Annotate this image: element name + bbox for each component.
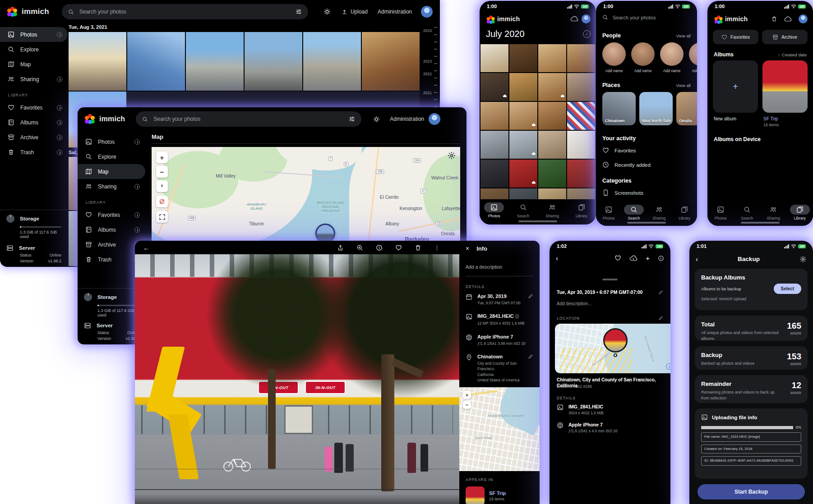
photo-thumbnail[interactable] [480, 131, 508, 159]
map-settings-gear-icon[interactable] [448, 151, 456, 160]
sidebar-item-photos[interactable]: Photos [0, 27, 68, 42]
more-options-kebab-icon[interactable]: ⋮ [434, 244, 440, 251]
zoom-in-icon[interactable] [356, 244, 363, 251]
user-avatar[interactable] [421, 6, 433, 18]
photo-thumbnail[interactable] [303, 32, 361, 91]
add-description-field[interactable]: Add a description [466, 264, 533, 270]
filter-icon[interactable] [296, 9, 302, 15]
nav-search[interactable]: Search [621, 205, 647, 220]
view-all-link[interactable]: View all [676, 83, 691, 88]
archive-button[interactable]: Archive [762, 30, 808, 44]
appears-in-album[interactable]: SF Trip15 items [466, 486, 533, 504]
photo-thumbnail[interactable] [509, 160, 537, 188]
minimap-zoom-in[interactable]: + [463, 391, 471, 399]
edit-pencil-icon[interactable] [528, 354, 533, 359]
search-input[interactable]: Search your photos [602, 14, 692, 20]
cloud-icon[interactable] [784, 16, 792, 22]
back-arrow-icon[interactable]: ← [143, 244, 150, 252]
edit-pencil-icon[interactable] [658, 290, 663, 295]
photo-thumbnail[interactable] [480, 188, 508, 199]
user-avatar[interactable] [799, 14, 808, 23]
fullscreen-button[interactable] [156, 211, 168, 223]
user-avatar[interactable] [429, 113, 440, 125]
photo-thumbnail[interactable] [480, 73, 508, 101]
upload-button[interactable]: Upload [342, 9, 368, 15]
zoom-in-button[interactable]: + [156, 151, 168, 163]
zoom-out-button[interactable]: − [156, 166, 168, 178]
album-tile-sf-trip[interactable] [762, 60, 808, 113]
photo-thumbnail[interactable] [509, 102, 537, 130]
nav-library[interactable]: Library [787, 205, 813, 220]
sidebar-item-favorites[interactable]: Favorites [0, 100, 68, 115]
attribution-info-icon[interactable]: i [666, 363, 670, 370]
nav-sharing[interactable]: Sharing [540, 202, 565, 218]
add-description-field[interactable]: Add description... [557, 301, 591, 306]
nav-search[interactable]: Search [511, 202, 536, 218]
location-map[interactable]: San Francisco Ferry B The Embarcadero i [555, 324, 670, 373]
sidebar-item-explore[interactable]: Explore [78, 149, 145, 164]
person-item[interactable]: Add name [660, 42, 684, 73]
photo-thumbnail[interactable] [538, 73, 566, 101]
nav-sharing[interactable]: Sharing [647, 205, 672, 220]
photo-thumbnail[interactable] [127, 32, 185, 91]
photo-thumbnail[interactable] [538, 44, 566, 72]
share-icon[interactable] [337, 244, 344, 251]
photo-thumbnail[interactable] [245, 32, 302, 91]
nav-photos[interactable]: Photos [596, 205, 621, 220]
photo-thumbnail[interactable] [69, 32, 126, 91]
person-item[interactable]: Add name [631, 42, 655, 73]
photo-in-n-out[interactable]: IN-N-OUT IN-N-OUT 333 [135, 254, 459, 504]
sidebar-item-explore[interactable]: Explore [0, 42, 68, 57]
screenshots-row[interactable]: Screenshots [602, 189, 643, 196]
sidebar-item-map[interactable]: Map [0, 57, 68, 72]
photo-thumbnail[interactable] [186, 32, 244, 91]
add-name-link[interactable]: Add name [634, 69, 652, 73]
sheet-drag-handle[interactable] [602, 279, 618, 280]
select-all-check-icon[interactable]: ✓ [583, 30, 591, 38]
cloud-upload-icon[interactable] [629, 255, 637, 261]
photo-thumbnail[interactable] [567, 131, 595, 159]
search-input[interactable]: Search your photos [62, 4, 308, 19]
sidebar-item-favorites[interactable]: Favorites [78, 207, 145, 222]
info-icon[interactable] [376, 244, 383, 251]
photo-thumbnail[interactable] [567, 188, 595, 199]
sidebar-item-photos[interactable]: Photos [78, 134, 145, 149]
photo-thumbnail[interactable] [538, 160, 566, 188]
person-item[interactable]: Add name [689, 42, 697, 73]
select-button[interactable]: Select [774, 284, 801, 294]
nav-search[interactable]: Search [734, 205, 760, 220]
photo-thumbnail[interactable] [567, 102, 595, 130]
photo-thumbnail[interactable] [362, 32, 420, 91]
theme-sun-icon[interactable] [373, 116, 380, 123]
edit-pencil-icon[interactable] [658, 316, 663, 321]
sidebar-item-trash[interactable]: Trash [0, 145, 68, 160]
search-input[interactable]: Search your photos [136, 111, 361, 127]
geolocate-button[interactable] [156, 196, 168, 207]
place-item[interactable]: Omaha [676, 92, 697, 125]
sidebar-item-archive[interactable]: Archive [0, 130, 68, 145]
photo-thumbnail[interactable] [567, 73, 595, 101]
settings-gear-icon[interactable] [799, 256, 807, 263]
add-name-link[interactable]: Add name [692, 69, 697, 73]
new-album-tile[interactable]: + [713, 60, 758, 113]
add-name-link[interactable]: Add name [663, 69, 681, 73]
sidebar-item-sharing[interactable]: Sharing [78, 179, 145, 194]
cloud-sync-icon[interactable] [570, 16, 578, 22]
person-item[interactable]: Add name [602, 42, 626, 73]
photo-thumbnail[interactable] [509, 44, 537, 72]
photo-thumbnail[interactable] [567, 160, 595, 188]
filter-icon[interactable] [349, 116, 355, 122]
photo-thumbnail[interactable] [509, 73, 537, 101]
photo-thumbnail[interactable] [480, 44, 508, 72]
photo-thumbnail[interactable] [480, 102, 508, 130]
theme-sun-icon[interactable] [323, 8, 331, 15]
album-title[interactable]: SF Trip [763, 116, 778, 121]
photo-thumbnail[interactable] [538, 131, 566, 159]
photo-thumbnail[interactable] [567, 44, 595, 72]
nav-sharing[interactable]: Sharing [761, 205, 786, 220]
recently-added-row[interactable]: Recently added [602, 161, 651, 168]
favorites-row[interactable]: Favorites [602, 147, 636, 154]
compass-button[interactable] [156, 180, 168, 192]
user-avatar[interactable] [582, 14, 591, 23]
back-chevron-icon[interactable]: ‹ [556, 254, 558, 262]
